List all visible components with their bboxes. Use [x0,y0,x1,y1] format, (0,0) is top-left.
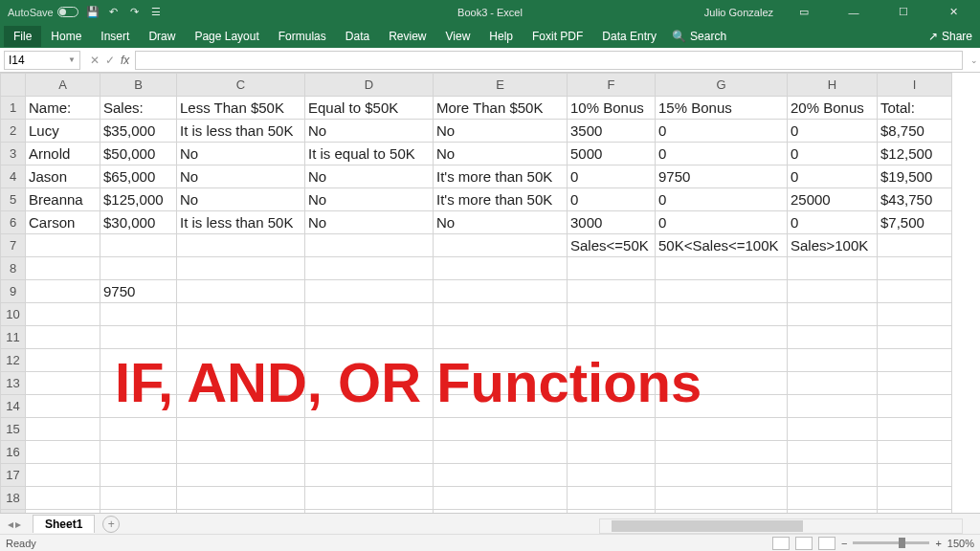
normal-view-icon[interactable] [772,537,790,550]
cell-I14[interactable] [878,395,952,418]
close-icon[interactable]: ✕ [934,0,972,24]
cell-B17[interactable] [100,464,177,487]
cell-G10[interactable] [656,303,788,326]
cell-I15[interactable] [878,418,952,441]
cell-B4[interactable]: $65,000 [100,165,177,188]
enter-icon[interactable]: ✓ [105,54,115,67]
row-header-2[interactable]: 2 [1,120,26,143]
cell-I11[interactable] [878,326,952,349]
cell-A16[interactable] [26,441,100,464]
cell-H10[interactable] [788,303,878,326]
cell-D3[interactable]: It is equal to 50K [305,143,434,165]
cell-D18[interactable] [305,487,434,510]
cell-G9[interactable] [656,280,788,303]
cell-G11[interactable] [656,326,788,349]
cell-F15[interactable] [568,418,656,441]
cell-F2[interactable]: 3500 [568,120,656,143]
cell-B2[interactable]: $35,000 [100,120,177,143]
cell-H3[interactable]: 0 [788,143,878,165]
cell-C1[interactable]: Less Than $50K [177,97,305,120]
row-header-11[interactable]: 11 [1,326,26,349]
cell-H17[interactable] [788,464,878,487]
cell-D8[interactable] [305,257,434,280]
row-header-9[interactable]: 9 [1,280,26,303]
formula-input[interactable] [135,51,963,70]
name-box[interactable]: I14 ▼ [4,51,80,70]
tab-data[interactable]: Data [336,26,379,47]
col-header-I[interactable]: I [878,74,952,97]
cell-I4[interactable]: $19,500 [878,165,952,188]
tab-nav-next-icon[interactable]: ▸ [15,518,21,531]
tab-view[interactable]: View [436,26,480,47]
cell-C3[interactable]: No [177,143,305,165]
cell-C11[interactable] [177,326,305,349]
minimize-icon[interactable]: — [835,0,873,24]
cell-H2[interactable]: 0 [788,120,878,143]
cell-E11[interactable] [434,326,568,349]
cell-C5[interactable]: No [177,188,305,211]
cell-G5[interactable]: 0 [656,188,788,211]
cell-C9[interactable] [177,280,305,303]
cell-E18[interactable] [434,487,568,510]
horizontal-scrollbar[interactable] [599,518,963,534]
cell-C6[interactable]: It is less than 50K [177,211,305,234]
share-button[interactable]: ↗ Share [928,30,972,43]
cell-F5[interactable]: 0 [568,188,656,211]
row-header-3[interactable]: 3 [1,143,26,165]
cancel-icon[interactable]: ✕ [90,54,100,67]
search-box[interactable]: 🔍 Search [672,30,726,43]
cell-I3[interactable]: $12,500 [878,143,952,165]
cell-C8[interactable] [177,257,305,280]
add-sheet-button[interactable]: + [102,516,120,533]
cell-E8[interactable] [434,257,568,280]
cell-D2[interactable]: No [305,120,434,143]
cell-B18[interactable] [100,487,177,510]
cell-G17[interactable] [656,464,788,487]
select-all-corner[interactable] [1,74,26,97]
cell-B8[interactable] [100,257,177,280]
row-header-8[interactable]: 8 [1,257,26,280]
cell-D7[interactable] [305,234,434,257]
cell-D10[interactable] [305,303,434,326]
page-layout-view-icon[interactable] [795,537,813,550]
cell-H1[interactable]: 20% Bonus [788,97,878,120]
cell-H15[interactable] [788,418,878,441]
cell-C18[interactable] [177,487,305,510]
cell-B3[interactable]: $50,000 [100,143,177,165]
cell-G18[interactable] [656,487,788,510]
cell-D9[interactable] [305,280,434,303]
redo-icon[interactable]: ↷ [128,6,142,19]
tab-file[interactable]: File [4,26,41,47]
cell-H7[interactable]: Sales>100K [788,234,878,257]
save-icon[interactable]: 💾 [86,6,100,19]
cell-A10[interactable] [26,303,100,326]
cell-G2[interactable]: 0 [656,120,788,143]
cell-I18[interactable] [878,487,952,510]
cell-D17[interactable] [305,464,434,487]
cell-H8[interactable] [788,257,878,280]
tab-page-layout[interactable]: Page Layout [185,26,268,47]
cell-I2[interactable]: $8,750 [878,120,952,143]
cell-A17[interactable] [26,464,100,487]
undo-icon[interactable]: ↶ [107,6,121,19]
cell-D6[interactable]: No [305,211,434,234]
row-header-1[interactable]: 1 [1,97,26,120]
cell-I8[interactable] [878,257,952,280]
col-header-F[interactable]: F [568,74,656,97]
cell-A15[interactable] [26,418,100,441]
cell-H14[interactable] [788,395,878,418]
cell-I13[interactable] [878,372,952,395]
cell-B10[interactable] [100,303,177,326]
cell-C2[interactable]: It is less than 50K [177,120,305,143]
cell-A7[interactable] [26,234,100,257]
cell-E3[interactable]: No [434,143,568,165]
cell-E2[interactable]: No [434,120,568,143]
cell-A2[interactable]: Lucy [26,120,100,143]
cell-I7[interactable] [878,234,952,257]
tab-draw[interactable]: Draw [139,26,185,47]
sheet-tab[interactable]: Sheet1 [33,515,95,533]
cell-I6[interactable]: $7,500 [878,211,952,234]
tab-nav-prev-icon[interactable]: ◂ [8,518,13,531]
cell-F18[interactable] [568,487,656,510]
cell-A5[interactable]: Breanna [26,188,100,211]
